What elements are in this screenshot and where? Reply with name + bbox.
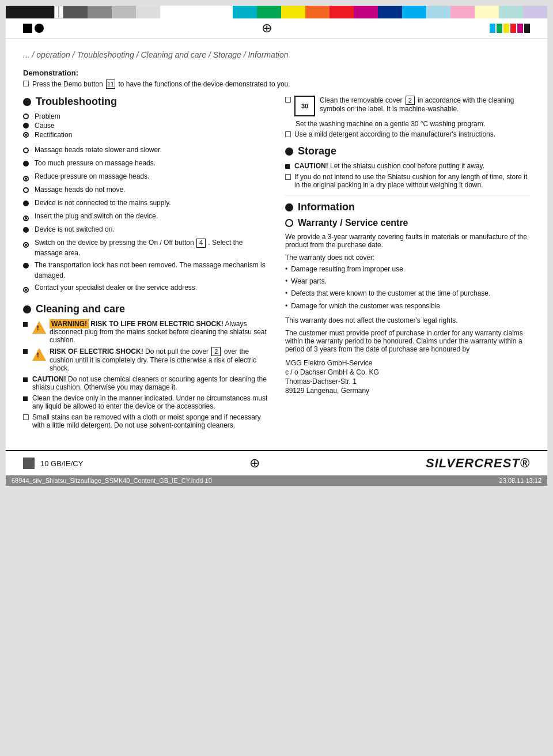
circle-bullet <box>23 216 29 221</box>
main-two-col: Troubleshooting Problem Cause <box>23 96 530 433</box>
legend-problem: Problem <box>23 112 268 120</box>
open-bullet <box>23 148 29 153</box>
caution1-text: Do not use chemical cleaners or scouring… <box>32 375 267 391</box>
warranty-title: Warranty / Service centre <box>298 218 408 228</box>
sq-bullet <box>23 396 28 401</box>
filled-bullet <box>23 227 29 233</box>
color-bar-top <box>6 6 547 18</box>
trouble-list: Massage heads rotate slower and slower. … <box>23 145 268 294</box>
cleaning-item2-text: Small stains can be removed with a cloth… <box>32 413 268 429</box>
reg-marks-row: ⊕ <box>6 18 547 39</box>
bottom-bar-right: 23.08.11 13:12 <box>499 477 541 484</box>
cleaning-warning-1-content: ! WARNING! RISK TO LIFE FROM ELECTRIC SH… <box>32 320 268 344</box>
divider <box>285 195 530 195</box>
trouble-text-4: Massage heads do not move. <box>35 184 125 195</box>
cleaning-caution: CAUTION! Do not use chemical cleaners or… <box>23 375 268 391</box>
sq-bullet <box>23 377 28 382</box>
company-line2: c / o Dachser GmbH & Co. KG <box>285 368 530 376</box>
storage-caution-text: Let the shiatsu cushion cool before putt… <box>330 162 484 170</box>
trouble-item-3: Reduce pressure on massage heads. <box>23 171 268 183</box>
filled-bullet <box>23 161 29 167</box>
warranty-proof: The customer must provide proof of purch… <box>285 329 530 353</box>
filled-bullet <box>23 263 29 269</box>
sq-bullet <box>23 322 28 327</box>
filled-bullet <box>23 201 29 206</box>
crosshair-icon: ⊕ <box>262 21 272 36</box>
demo-checkbox <box>23 81 29 86</box>
trouble-text-7: Device is not switched on. <box>35 224 115 235</box>
sq-bullet <box>23 349 28 354</box>
legend-cause: Cause <box>23 122 268 130</box>
trouble-text-2: Too much pressure on massage heads. <box>35 158 156 168</box>
trouble-item-10: Contact your specialist dealer or the se… <box>23 282 268 294</box>
demo-item: Press the Demo button 11 to have the fun… <box>23 80 530 89</box>
troubleshooting-legend: Problem Cause Rectification <box>23 112 268 139</box>
cleaning-item2: Small stains can be removed with a cloth… <box>23 413 268 429</box>
bottom-bar: 68944_silv_Shiatsu_Sitzauflage_SSMK40_Co… <box>6 475 547 486</box>
page-content: ... / operation / Troubleshooting / Clea… <box>6 39 547 444</box>
storage-caution: CAUTION! Let the shiatsu cushion cool be… <box>285 162 530 170</box>
warning2-text: Do not pull the cover <box>145 347 209 356</box>
cleaning-item1-text: Clean the device only in the manner indi… <box>32 394 268 410</box>
wash-num: 2 <box>406 96 415 105</box>
information-section: Information Warranty / Service centre We… <box>285 201 530 395</box>
warranty-item-3: Defects that were known to the customer … <box>285 288 530 299</box>
warning1-bold: RISK TO LIFE FROM ELECTRIC SHOCK! <box>90 320 223 328</box>
trouble-item-2: Too much pressure on massage heads. <box>23 158 268 169</box>
storage-title: Storage <box>285 145 530 157</box>
warranty-list: Damage resulting from improper use. Wear… <box>285 264 530 312</box>
legend-cause-label: Cause <box>35 122 55 130</box>
storage-checkbox-text: If you do not intend to use the Shiatsu … <box>294 173 530 189</box>
cleaning-item1: Clean the device only in the manner indi… <box>23 394 268 410</box>
open-bullet <box>23 187 29 193</box>
sq-bullet <box>285 164 290 169</box>
storage-checkbox-item: If you do not intend to use the Shiatsu … <box>285 173 530 189</box>
warning1-label: WARNING! <box>50 319 89 328</box>
legend-filled-bullet <box>23 123 29 128</box>
trouble-item-6: Insert the plug and switch on the device… <box>23 211 268 222</box>
trouble-text-5: Device is not connected to the mains sup… <box>35 198 171 208</box>
demo-section: Demonstration: Press the Demo button 11 … <box>23 69 530 89</box>
troubleshooting-section: Troubleshooting Problem Cause <box>23 96 268 294</box>
section-bullet <box>285 148 293 156</box>
checkbox-icon <box>23 414 29 420</box>
wash-text3: Set the washing machine on a gentle 30 °… <box>296 120 530 128</box>
company-line3: Thomas-Dachser-Str. 1 <box>285 377 530 385</box>
trouble-item-9: The transportation lock has not been rem… <box>23 260 268 281</box>
cleaning-warning-1: ! WARNING! RISK TO LIFE FROM ELECTRIC SH… <box>23 320 268 344</box>
circle-bullet <box>23 176 29 182</box>
crosshair-bottom: ⊕ <box>249 456 260 471</box>
wash-mild-row: Use a mild detergent according to the ma… <box>285 130 530 138</box>
trouble-text-10: Contact your specialist dealer or the se… <box>35 282 197 293</box>
footer-page-number: 10 GB/IE/CY <box>40 459 83 468</box>
circle-bullet <box>23 287 29 293</box>
company-line4: 89129 Langenau, Germany <box>285 387 530 395</box>
demo-title: Demonstration: <box>23 69 530 77</box>
page-wrapper: ⊕ ... / operation / Troubleshooting / Cl… <box>6 6 547 486</box>
legend-open-bullet <box>23 114 29 119</box>
checkbox-icon <box>285 131 291 137</box>
trouble-text-6: Insert the plug and switch on the device… <box>35 211 158 221</box>
left-column: Troubleshooting Problem Cause <box>23 96 268 433</box>
circle-bullet <box>23 242 29 248</box>
trouble-text-1: Massage heads rotate slower and slower. <box>35 145 162 155</box>
warranty-item-1: Damage resulting from improper use. <box>285 264 530 275</box>
legend-rectification: Rectification <box>23 131 268 139</box>
section-bullet <box>285 203 293 211</box>
wash-mild-text: Use a mild detergent according to the ma… <box>294 130 495 138</box>
warranty-legal: This warranty does not affect the custom… <box>285 316 530 324</box>
company-name: MGG Elektro GmbH-Service <box>285 359 530 367</box>
storage-caution-bold: CAUTION! <box>294 162 328 170</box>
trouble-item-8: Switch on the device by pressing the On … <box>23 237 268 258</box>
warranty-item-2: Wear parts. <box>285 276 530 287</box>
wash-text: Clean the removable cover 2 in accordanc… <box>320 96 530 113</box>
brand-logo: SILVERCREST® <box>426 456 530 471</box>
demo-num: 11 <box>106 80 115 89</box>
section-bullet <box>23 305 31 313</box>
trouble-text-9: The transportation lock has not been rem… <box>35 260 268 281</box>
section-bullet <box>23 98 31 106</box>
trouble-text-8: Switch on the device by pressing the On … <box>35 237 268 258</box>
cleaning-title: Cleaning and care <box>23 303 268 315</box>
information-title: Information <box>285 201 530 213</box>
warranty-item-4: Damage for which the customer was respon… <box>285 301 530 312</box>
